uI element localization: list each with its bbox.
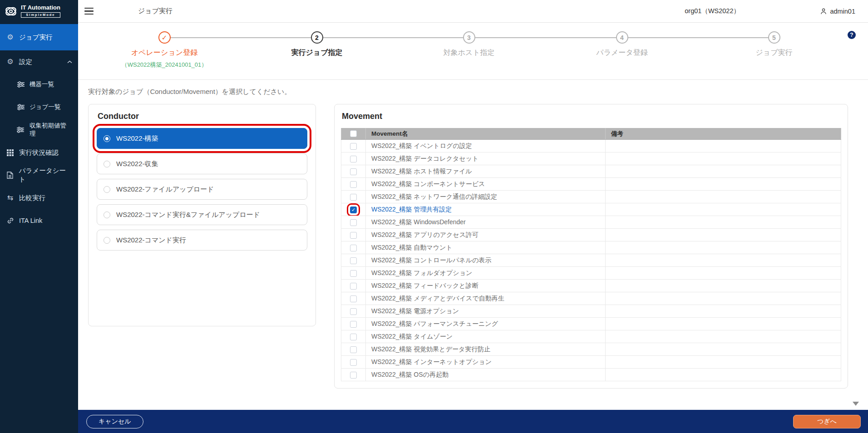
movement-row[interactable]: WS2022_構築 タイムゾーン	[341, 330, 841, 343]
movement-row[interactable]: WS2022_構築 ネットワーク通信の詳細設定	[341, 191, 841, 203]
sidebar-item-label: 実行状況確認	[19, 148, 59, 157]
movement-row[interactable]: WS2022_構築 自動マウント	[341, 241, 841, 254]
remarks-cell	[606, 343, 841, 356]
row-checkbox[interactable]	[350, 270, 357, 277]
remarks-cell	[606, 369, 841, 381]
movement-row[interactable]: WS2022_構築 フォルダオプション	[341, 267, 841, 280]
movement-row[interactable]: WS2022_構築 メディアとデバイスで自動再生	[341, 292, 841, 305]
radio-icon	[104, 212, 110, 218]
conductor-panel: Conductor WS2022-構築WS2022-収集WS2022-ファイルア…	[88, 104, 316, 326]
step-sublabel: （WS2022構築_20241001_01）	[87, 61, 242, 69]
movement-row[interactable]: WS2022_構築 視覚効果とデータ実行防止	[341, 343, 841, 356]
link-icon	[6, 217, 15, 224]
movement-row[interactable]: WS2022_構築 データコレクタセット	[341, 153, 841, 165]
row-checkbox[interactable]	[350, 232, 357, 239]
movement-row[interactable]: WS2022_構築 OSの再起動	[341, 369, 841, 381]
hamburger-menu-icon[interactable]	[84, 8, 94, 15]
row-checkbox[interactable]: ✓	[350, 207, 357, 213]
row-checkbox[interactable]	[350, 181, 357, 188]
conductor-option-label: WS2022-構築	[116, 134, 158, 143]
movement-row[interactable]: WS2022_構築 パフォーマンスチューニング	[341, 318, 841, 330]
gear-icon: ⚙	[6, 34, 15, 41]
row-checkbox[interactable]	[350, 283, 357, 290]
movement-row[interactable]: WS2022_構築 イベントログの設定	[341, 140, 841, 153]
radio-icon	[104, 135, 110, 142]
remarks-cell	[606, 153, 841, 165]
movement-row[interactable]: WS2022_構築 アプリのアクセス許可	[341, 229, 841, 241]
sidebar-item-job-run[interactable]: ⚙ジョブ実行	[0, 24, 78, 50]
user-menu[interactable]: admin01	[820, 8, 855, 15]
remarks-cell	[606, 292, 841, 305]
movement-name-cell: WS2022_構築 OSの再起動	[366, 369, 606, 381]
sidebar-item-job-list[interactable]: ジョブ一覧	[0, 96, 78, 118]
row-checkbox[interactable]	[350, 257, 357, 264]
row-checkbox[interactable]	[350, 295, 357, 302]
scrollbar-down-arrow-icon[interactable]	[853, 402, 859, 406]
movement-row[interactable]: WS2022_構築 フィードバックと診断	[341, 280, 841, 292]
movement-name-cell: WS2022_構築 フィードバックと診断	[366, 280, 606, 292]
conductor-option[interactable]: WS2022-コマンド実行&ファイルアップロード	[97, 204, 307, 225]
step-5: 5ジョブ実行	[697, 31, 851, 58]
select-all-checkbox[interactable]	[350, 130, 357, 137]
movement-table-header-row: Movement名 備考	[341, 128, 841, 140]
movement-row[interactable]: WS2022_構築 ホスト情報ファイル	[341, 165, 841, 178]
column-header-movement-name: Movement名	[366, 128, 606, 140]
sidebar-item-parameter-sheet[interactable]: パラメータシート	[0, 164, 78, 187]
row-checkbox[interactable]	[350, 346, 357, 353]
row-checkbox[interactable]	[350, 219, 357, 226]
compare-icon: ⇆	[6, 194, 15, 202]
remarks-cell	[606, 254, 841, 267]
logo-icon	[4, 5, 18, 18]
next-button[interactable]: つぎへ	[793, 415, 861, 428]
movement-name-cell: WS2022_構築 アプリのアクセス許可	[366, 229, 606, 241]
conductor-option[interactable]: WS2022-構築	[97, 128, 307, 149]
sidebar-item-ita-link[interactable]: ITA Link	[0, 209, 78, 232]
chevron-up-icon	[67, 60, 72, 64]
row-checkbox[interactable]	[350, 334, 357, 340]
movement-row[interactable]: ✓WS2022_構築 管理共有設定	[341, 203, 841, 216]
cancel-button[interactable]: キャンセル	[86, 415, 143, 428]
app-logo[interactable]: IT Automation SimpleMode	[0, 0, 78, 22]
conductor-option[interactable]: WS2022-コマンド実行	[97, 230, 307, 251]
row-checkbox[interactable]	[350, 308, 357, 315]
row-checkbox[interactable]	[350, 143, 357, 150]
row-checkbox[interactable]	[350, 168, 357, 175]
movement-row[interactable]: WS2022_構築 インターネットオプション	[341, 356, 841, 369]
sidebar-item-label: ジョブ実行	[19, 33, 53, 42]
radio-icon	[104, 237, 110, 244]
sidebar-item-compare-run[interactable]: ⇆比較実行	[0, 187, 78, 209]
row-checkbox[interactable]	[350, 245, 357, 251]
conductor-option[interactable]: WS2022-ファイルアップロード	[97, 179, 307, 200]
remarks-cell	[606, 318, 841, 330]
movement-row[interactable]: WS2022_構築 電源オプション	[341, 305, 841, 318]
sidebar-item-label: 設定	[19, 58, 32, 66]
movement-row[interactable]: WS2022_構築 WindowsDefender	[341, 216, 841, 229]
main-content: 実行対象のジョブ（Conductor/Movement）を選択してください。 C…	[78, 79, 861, 410]
row-checkbox[interactable]	[350, 194, 357, 201]
logo-title: IT Automation	[21, 5, 60, 11]
sidebar-item-settings[interactable]: ⚙設定	[0, 50, 78, 73]
movement-name-cell: WS2022_構築 フォルダオプション	[366, 267, 606, 280]
movement-row[interactable]: WS2022_構築 コントロールパネルの表示	[341, 254, 841, 267]
row-checkbox[interactable]	[350, 372, 357, 379]
movement-row[interactable]: WS2022_構築 コンポーネントサービス	[341, 178, 841, 191]
movement-name-cell: WS2022_構築 ネットワーク通信の詳細設定	[366, 191, 606, 203]
row-checkbox[interactable]	[350, 321, 357, 328]
page-title: ジョブ実行	[138, 7, 173, 15]
step-circle: 3	[463, 31, 475, 44]
sidebar-item-device-list[interactable]: 機器一覧	[0, 73, 78, 96]
movement-name-cell: WS2022_構築 コンポーネントサービス	[366, 178, 606, 191]
user-name: admin01	[830, 8, 855, 15]
row-checkbox[interactable]	[350, 156, 357, 162]
movement-name-cell: WS2022_構築 コントロールパネルの表示	[366, 254, 606, 267]
sidebar-item-collection-defaults[interactable]: 収集初期値管理	[0, 118, 78, 141]
movement-name-cell: WS2022_構築 ホスト情報ファイル	[366, 165, 606, 178]
movement-table: Movement名 備考 WS2022_構築 イベントログの設定WS2022_構…	[341, 128, 841, 381]
sidebar-item-execution-status[interactable]: 実行状況確認	[0, 141, 78, 164]
remarks-cell	[606, 241, 841, 254]
conductor-option[interactable]: WS2022-収集	[97, 153, 307, 174]
help-icon[interactable]: ?	[848, 31, 856, 39]
row-checkbox[interactable]	[350, 359, 357, 366]
sliders-icon	[16, 104, 25, 110]
org-label: org01（WS2022）	[685, 7, 740, 15]
